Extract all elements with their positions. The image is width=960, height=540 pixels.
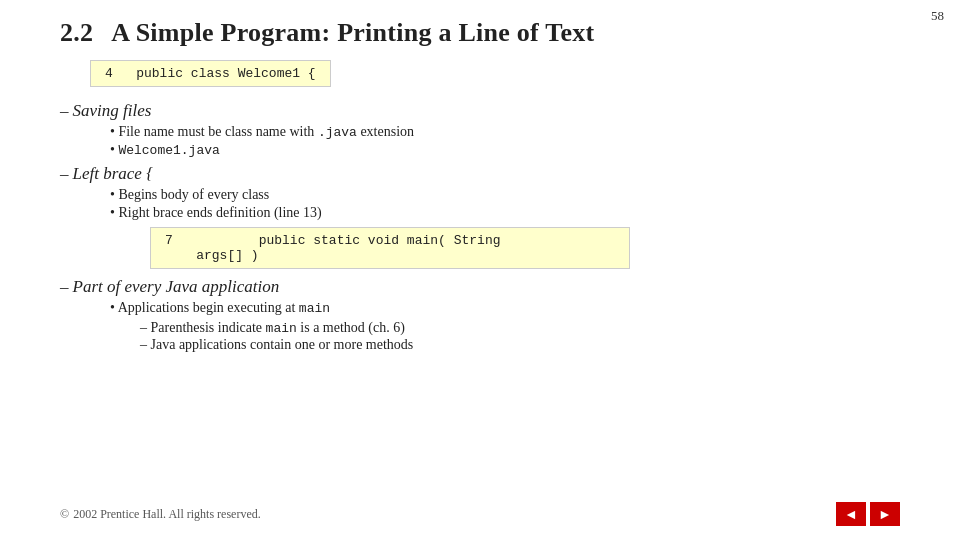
copyright-text: 2002 Prentice Hall. All rights reserved. — [73, 507, 261, 522]
sub-bullet-parenthesis: Parenthesis indicate main is a method (c… — [140, 320, 900, 336]
part-of-every-sub-bullets: Parenthesis indicate main is a method (c… — [140, 320, 900, 353]
next-button[interactable]: ► — [870, 502, 900, 526]
part-of-every-bullets: Applications begin executing at main — [110, 300, 900, 316]
bullet-right-brace: Right brace ends definition (line 13) — [110, 205, 900, 221]
code-text-1: public class Welcome1 { — [136, 66, 315, 81]
left-brace-section: –Left brace { Begins body of every class… — [60, 164, 900, 221]
footer: © 2002 Prentice Hall. All rights reserve… — [60, 502, 900, 526]
code-text-2-part: public static void main( String — [259, 233, 501, 248]
prev-icon: ◄ — [844, 506, 858, 522]
code-block-1: 4 public class Welcome1 { — [90, 60, 331, 87]
slide-title: 2.2A Simple Program: Printing a Line of … — [60, 18, 900, 48]
prev-button[interactable]: ◄ — [836, 502, 866, 526]
code-block-2: 7 public static void main( String args[]… — [150, 227, 630, 269]
next-icon: ► — [878, 506, 892, 522]
part-of-every-heading: –Part of every Java application — [60, 277, 900, 297]
bullet-begins-body: Begins body of every class — [110, 187, 900, 203]
nav-buttons[interactable]: ◄ ► — [836, 502, 900, 526]
saving-files-heading: –Saving files — [60, 101, 900, 121]
code-block-2-wrapper: 7 public static void main( String args[]… — [120, 227, 900, 269]
code-line-num-1: 4 — [105, 66, 113, 81]
page-number: 58 — [931, 8, 944, 24]
saving-files-bullets: File name must be class name with .java … — [110, 124, 900, 158]
code-line-num-2: 7 — [165, 233, 173, 248]
footer-copyright: © 2002 Prentice Hall. All rights reserve… — [60, 507, 836, 522]
bullet-welcome1-java: Welcome1.java — [110, 142, 900, 158]
title-text: A Simple Program: Printing a Line of Tex… — [111, 18, 594, 47]
saving-files-section: –Saving files File name must be class na… — [60, 101, 900, 158]
sub-bullet-java-methods: Java applications contain one or more me… — [140, 337, 900, 353]
bullet-file-name: File name must be class name with .java … — [110, 124, 900, 140]
bullet-applications-begin: Applications begin executing at main — [110, 300, 900, 316]
section-number: 2.2 — [60, 18, 93, 47]
left-brace-bullets: Begins body of every class Right brace e… — [110, 187, 900, 221]
left-brace-heading: –Left brace { — [60, 164, 900, 184]
copyright-symbol: © — [60, 507, 69, 522]
part-of-every-section: –Part of every Java application Applicat… — [60, 277, 900, 353]
